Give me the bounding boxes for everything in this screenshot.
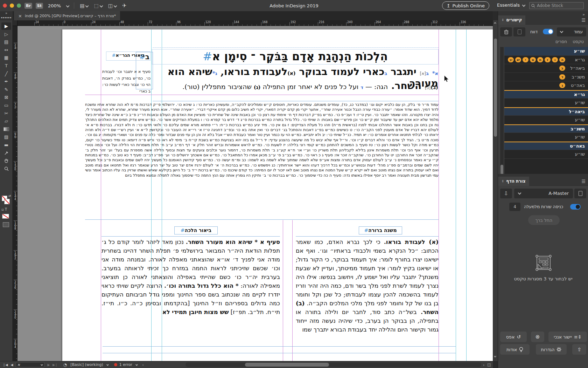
load-master-button[interactable]: ⇩ (500, 189, 512, 198)
fit-frame-button[interactable]: ⇧ (572, 344, 586, 355)
links-row[interactable]: משנ״בד (504, 73, 588, 82)
previous-page-button[interactable]: ◀ (10, 363, 13, 367)
link-badge[interactable]: ב (559, 66, 565, 71)
links-row[interactable]: גר״א (504, 90, 588, 99)
preflight-chevron[interactable] (106, 363, 109, 366)
links-row[interactable]: שו״ע (504, 98, 588, 107)
link-badge[interactable]: יא (515, 57, 521, 62)
vertical-align-button[interactable]: ⇕≡יישור אנכי (548, 332, 587, 342)
links-row[interactable]: גר״אהוזחטייאיב (504, 56, 588, 64)
apply-button[interactable]: החל ברך (528, 215, 560, 225)
next-page-button[interactable]: ▶ (47, 363, 50, 367)
horizontal-ruler[interactable]: 2402448729612014416819221624026428831233… (18, 20, 493, 26)
type-tool[interactable]: T (1, 62, 11, 69)
free-transform-tool[interactable]: ▱ (1, 117, 11, 125)
mishna-berura-header-frame[interactable]: משנה ברורה# (359, 226, 402, 234)
page-mode-dropdown[interactable]: עמוד (557, 27, 586, 36)
page-heading[interactable]: הִלְכוֹת הַנְהָגַת אָדָם בַּבֹּקֶר ־ סִי… (152, 50, 439, 63)
horizontal-scroll-thumb[interactable] (245, 363, 329, 367)
link-badge[interactable]: ד (559, 74, 565, 80)
links-row[interactable]: באה״ט (504, 142, 588, 150)
bridge-button[interactable]: Br (24, 3, 32, 9)
view-options-dropdown[interactable]: ▤ (80, 3, 88, 8)
reset-button[interactable]: ↺אפס (500, 332, 527, 342)
link-badge[interactable]: ח (537, 57, 543, 62)
links-row[interactable]: ביאה״ל (504, 107, 588, 116)
report-toggle[interactable] (543, 29, 553, 34)
vertical-scrollbar[interactable] (493, 20, 498, 361)
rows-from-top-value[interactable]: 4 (509, 203, 520, 211)
screen-mode-dropdown[interactable]: ⬚ (94, 3, 102, 8)
apply-none-button[interactable] (2, 214, 9, 219)
new-master-button[interactable] (574, 189, 586, 198)
guide-horizontal[interactable] (85, 95, 439, 95)
new-link-button[interactable] (513, 27, 525, 36)
collapse-panels-icon[interactable]: » (582, 12, 585, 17)
beur-halacha-header-frame[interactable]: ביאור הלכה# (174, 226, 218, 234)
tab-close-icon[interactable]: × (18, 13, 22, 19)
zoom-tool[interactable] (1, 165, 11, 172)
links-row[interactable]: שו״ע (504, 150, 588, 159)
links-row[interactable]: משנ״ב (504, 124, 588, 133)
links-panel-menu-icon[interactable]: ☰ (581, 18, 586, 23)
page-shape-panel-tab[interactable]: צורת הדף↕ (498, 177, 529, 186)
scroll-up-arrow[interactable] (494, 22, 496, 25)
eyedropper-tool[interactable] (1, 149, 11, 157)
page-shape-menu-icon[interactable]: ☰ (581, 179, 586, 184)
last-page-button[interactable]: ▶❘ (52, 363, 57, 367)
formatting-affects-container-icon[interactable]: ▫ T (1, 207, 7, 211)
zoom-chevron[interactable] (66, 5, 69, 7)
hand-tool[interactable] (1, 157, 11, 164)
links-row[interactable]: שו״ע (504, 133, 588, 142)
rectangle-tool[interactable]: ▭ (1, 102, 11, 109)
preflight-icon[interactable]: ◔ (63, 362, 67, 367)
pages-side-by-side-icon[interactable]: ◫ (487, 362, 491, 367)
column-guide[interactable] (292, 220, 293, 361)
column-header-missing[interactable]: חסרים (555, 39, 567, 44)
stock-button[interactable]: St (36, 3, 43, 9)
scroll-right-arrow[interactable]: › (483, 363, 484, 367)
selection-tool[interactable]: ▶ (1, 22, 11, 30)
link-badge[interactable]: יב (508, 57, 514, 62)
column-header-text[interactable]: טקסט (573, 39, 584, 44)
pencil-tool[interactable]: ✎ (1, 86, 11, 93)
link-badge[interactable]: ז (545, 57, 551, 62)
content-collector-tool[interactable]: ▦ (1, 54, 11, 61)
horizontal-scrollbar[interactable] (186, 362, 481, 367)
screen-mode-button[interactable] (3, 222, 9, 227)
scroll-left-arrow[interactable]: ‹ (142, 363, 144, 367)
gpu-rocket-icon[interactable]: ✈ (122, 2, 127, 9)
settings-button[interactable]: הגדרות (536, 344, 567, 355)
arrange-documents-dropdown[interactable]: ◫ (108, 3, 117, 8)
close-traffic-light[interactable] (3, 4, 7, 8)
link-badge[interactable]: ה (559, 57, 565, 62)
note-tool[interactable]: ▬ (1, 141, 11, 149)
scroll-down-arrow[interactable] (494, 355, 496, 357)
scissors-tool[interactable]: ✂ (1, 110, 11, 117)
mishna-berura-column[interactable]: (א) לעבודת בוראו. כי לכך נברא האדם, כמו … (296, 238, 439, 360)
links-row[interactable]: ביאה״לב (504, 64, 588, 73)
links-row[interactable]: באה״טג (504, 81, 588, 90)
gradient-feather-tool[interactable]: ▨ (1, 133, 11, 141)
about-button[interactable]: אודות (500, 344, 530, 355)
document-tab[interactable]: × indd @ 200% [GPU Preview].צורת הדף – ק… (14, 11, 120, 20)
gap-tool[interactable]: ↔ (1, 46, 11, 54)
zoom-traffic-light[interactable] (17, 4, 21, 8)
margin-guide[interactable] (439, 29, 439, 361)
first-page-button[interactable]: ❘◀ (3, 363, 8, 367)
vertical-ruler[interactable]: 24487296120144168192216240264 (13, 26, 18, 361)
clear-overrides-button[interactable]: ⊗ (531, 332, 544, 342)
links-panel-tab[interactable]: קישורים↕ (498, 15, 525, 25)
error-chevron[interactable] (135, 363, 138, 366)
document-canvas[interactable]: הִלְכוֹת הַנְהָגַת אָדָם בַּבֹּקֶר ־ סִי… (18, 26, 493, 361)
publish-online-button[interactable]: ↥Publish Online (442, 1, 489, 10)
workspace-switcher[interactable]: Essentials (497, 2, 525, 8)
stroke-swatch[interactable] (4, 199, 10, 204)
beur-halacha-column[interactable]: סעיף א * שיהא הוא מעורר השחר. נכון מאד ל… (102, 238, 280, 360)
ruler-corner[interactable] (13, 20, 18, 26)
page-number-dropdown[interactable]: א (16, 362, 44, 367)
link-badge[interactable]: ט (530, 57, 536, 62)
link-badge[interactable]: י (523, 57, 528, 62)
rows-from-top-toggle[interactable] (570, 204, 581, 210)
gra-side-column[interactable]: סעיף א א יתגבר וכו׳ לעבודת כו׳, כמ״ש בפר… (102, 69, 150, 95)
